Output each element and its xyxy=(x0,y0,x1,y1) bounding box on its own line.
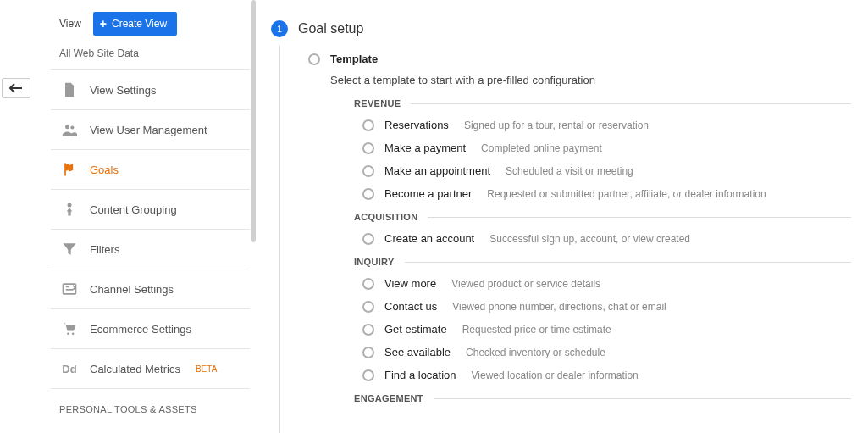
goal-option-name: Make a payment xyxy=(384,142,466,154)
category-header: REVENUE xyxy=(354,98,851,108)
goal-option-name: Reservations xyxy=(384,119,449,131)
goal-option-radio[interactable] xyxy=(362,278,374,290)
create-view-button[interactable]: + Create View xyxy=(93,12,177,36)
step-title: Goal setup xyxy=(298,21,363,36)
nav-label: Channel Settings xyxy=(90,283,174,296)
step-header: 1 Goal setup xyxy=(271,20,851,37)
nav-ecommerce-settings[interactable]: Ecommerce Settings xyxy=(51,309,250,349)
goal-option[interactable]: Make a paymentCompleted online payment xyxy=(362,142,851,154)
template-subtext: Select a template to start with a pre-fi… xyxy=(330,74,851,86)
goal-option-radio[interactable] xyxy=(362,347,374,358)
view-label: View xyxy=(59,18,81,30)
goal-option[interactable]: Become a partnerRequested or submitted p… xyxy=(362,187,851,200)
goal-option[interactable]: Create an accountSuccessful sign up, acc… xyxy=(362,232,851,245)
goal-option[interactable]: Find a locationViewed location or dealer… xyxy=(362,369,851,381)
category-header: ACQUISITION xyxy=(354,212,851,222)
goal-option-name: Get estimate xyxy=(384,323,447,336)
goal-option-desc: Viewed phone number, directions, chat or… xyxy=(452,301,666,313)
svg-point-0 xyxy=(65,125,69,129)
svg-point-2 xyxy=(68,203,72,208)
goal-option-desc: Requested or submitted partner, affiliat… xyxy=(487,188,766,200)
nav-content-grouping[interactable]: Content Grouping xyxy=(51,190,250,230)
goal-option-desc: Successful sign up, account, or view cre… xyxy=(489,233,690,245)
nav-view-settings[interactable]: View Settings xyxy=(51,70,250,110)
cart-icon xyxy=(61,320,78,337)
goal-option-radio[interactable] xyxy=(362,369,374,381)
person-up-icon xyxy=(61,201,78,218)
nav-label: Content Grouping xyxy=(90,203,177,216)
goal-option-radio[interactable] xyxy=(362,142,374,154)
category-block: REVENUEReservationsSigned up for a tour,… xyxy=(354,98,851,200)
category-header: ENGAGEMENT xyxy=(354,393,851,403)
nav-label: View User Management xyxy=(90,124,207,136)
goal-option-desc: Checked inventory or schedule xyxy=(466,347,605,358)
goal-option-radio[interactable] xyxy=(362,233,374,245)
scroll-thumb[interactable] xyxy=(251,0,256,242)
plus-icon: + xyxy=(100,17,107,31)
goal-option-desc: Scheduled a visit or meeting xyxy=(506,165,633,177)
step-number-badge: 1 xyxy=(271,20,288,37)
nav-filters[interactable]: Filters xyxy=(51,230,250,269)
goal-option[interactable]: Contact usViewed phone number, direction… xyxy=(362,300,851,313)
sidebar-scrollbar[interactable] xyxy=(251,0,256,242)
divider-line xyxy=(411,103,851,104)
group-icon xyxy=(61,121,78,138)
all-web-site-data[interactable]: All Web Site Data xyxy=(51,39,250,68)
back-button[interactable] xyxy=(2,78,30,98)
template-label: Template xyxy=(330,53,378,65)
goal-option-name: See available xyxy=(384,346,451,358)
goal-option-name: Make an appointment xyxy=(384,164,490,177)
main-content: 1 Goal setup Template Select a template … xyxy=(271,20,851,403)
step-body: Template Select a template to start with… xyxy=(308,53,851,403)
nav-calculated-metrics[interactable]: Dd Calculated Metrics BETA xyxy=(51,349,250,389)
goal-option[interactable]: See availableChecked inventory or schedu… xyxy=(362,346,851,358)
goal-option[interactable]: Make an appointmentScheduled a visit or … xyxy=(362,164,851,177)
nav-label: Filters xyxy=(90,243,119,256)
personal-tools-assets-heading: PERSONAL TOOLS & ASSETS xyxy=(51,389,250,421)
category-label: INQUIRY xyxy=(354,257,395,267)
template-radio[interactable] xyxy=(308,53,320,65)
goal-option-radio[interactable] xyxy=(362,324,374,336)
template-option[interactable]: Template xyxy=(308,53,851,65)
goal-option-radio[interactable] xyxy=(362,188,374,200)
category-block: ENGAGEMENT xyxy=(354,393,851,403)
beta-badge: BETA xyxy=(196,364,217,374)
category-header: INQUIRY xyxy=(354,257,851,267)
goal-option-desc: Completed online payment xyxy=(481,142,602,154)
goal-option-name: View more xyxy=(384,277,436,290)
divider-line xyxy=(428,217,851,218)
goal-option-desc: Signed up for a tour, rental or reservat… xyxy=(464,119,649,131)
divider-line xyxy=(405,262,851,263)
goal-option[interactable]: View moreViewed product or service detai… xyxy=(362,277,851,290)
goal-option-radio[interactable] xyxy=(362,119,374,131)
goal-option-radio[interactable] xyxy=(362,165,374,177)
divider-line xyxy=(434,398,851,399)
flag-icon xyxy=(61,161,78,178)
nav-goals[interactable]: Goals xyxy=(51,150,250,190)
goal-option-name: Find a location xyxy=(384,369,456,381)
categories-container: REVENUEReservationsSigned up for a tour,… xyxy=(308,98,851,403)
channel-icon xyxy=(61,280,78,297)
category-block: ACQUISITIONCreate an accountSuccessful s… xyxy=(354,212,851,245)
goal-option-radio[interactable] xyxy=(362,301,374,313)
nav-list: View Settings View User Management Goals… xyxy=(51,69,250,389)
nav-view-user-management[interactable]: View User Management xyxy=(51,110,250,150)
goal-option-desc: Viewed product or service details xyxy=(451,278,600,290)
goal-option-desc: Viewed location or dealer information xyxy=(472,369,639,381)
category-block: INQUIRYView moreViewed product or servic… xyxy=(354,257,851,381)
goal-option[interactable]: Get estimateRequested price or time esti… xyxy=(362,323,851,336)
filter-icon xyxy=(61,241,78,258)
goal-option-name: Create an account xyxy=(384,232,474,245)
nav-label: Ecommerce Settings xyxy=(90,323,191,336)
goal-option[interactable]: ReservationsSigned up for a tour, rental… xyxy=(362,119,851,131)
sidebar: View + Create View All Web Site Data Vie… xyxy=(51,8,250,421)
goal-option-name: Become a partner xyxy=(384,187,472,200)
nav-channel-settings[interactable]: Channel Settings xyxy=(51,269,250,309)
category-label: REVENUE xyxy=(354,98,401,108)
step-vertical-line xyxy=(279,46,280,433)
category-label: ACQUISITION xyxy=(354,212,417,222)
svg-point-4 xyxy=(67,333,69,336)
svg-point-1 xyxy=(70,125,74,129)
svg-point-5 xyxy=(72,333,75,336)
nav-label: Goals xyxy=(90,164,119,176)
